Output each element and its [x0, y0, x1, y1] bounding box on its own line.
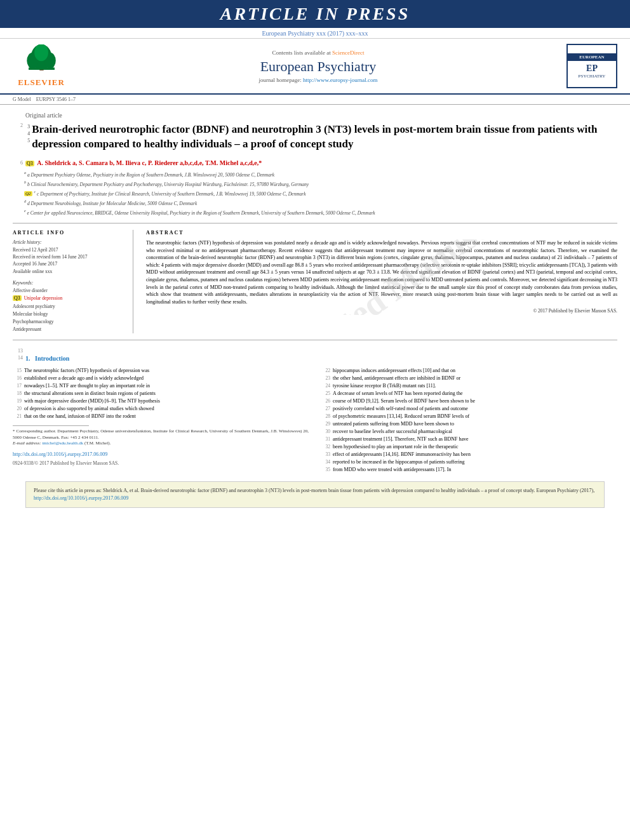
- authors-text: A. Sheldrick a, S. Camara b, M. Ilieva c…: [37, 159, 262, 166]
- abstract-col: ABSTRACT Accepted Manuscript The neurotr…: [146, 230, 617, 333]
- article-type-text: Original article: [25, 112, 62, 119]
- line-number: 35: [321, 466, 333, 473]
- line-number: 28: [321, 413, 333, 420]
- issn-line: 0924-9338/© 2017 Published by Elsevier M…: [13, 460, 309, 467]
- intro-left-line-text: with major depressive disorder (MDD) [6–…: [24, 397, 160, 405]
- ep-logo-main-text: EP: [586, 61, 598, 74]
- affil-e: e e Center for applied Neuroscience, BRI…: [13, 208, 617, 217]
- line-number: 26: [321, 397, 333, 404]
- intro-right-line-text: positively correlated with self-rated mo…: [333, 405, 468, 413]
- intro-left-line-text: the structural alterations seen in disti…: [24, 390, 156, 397]
- divider-2: [13, 340, 617, 340]
- article-title-text: Brain-derived neurotrophic factor (BDNF)…: [32, 123, 617, 152]
- intro-title-text: Introduction: [35, 355, 69, 362]
- affil-a-text: a Department Psychiatry Odense, Psychiat…: [27, 171, 274, 177]
- divider-1: [13, 223, 617, 223]
- intro-left-text-block: 15The neurotrophic factors (NTF) hypothe…: [13, 367, 309, 420]
- homepage-label: journal homepage:: [259, 77, 302, 83]
- journal-url-line: journal homepage: http://www.europsy-jou…: [70, 77, 566, 83]
- q2-badge: Q2: [24, 191, 32, 196]
- email-link[interactable]: tmichel@sdu.health.dk: [42, 441, 84, 446]
- elsevier-wordmark: ELSEVIER: [18, 77, 65, 88]
- article-in-press-banner: ARTICLE IN PRESS: [0, 0, 630, 28]
- footnote-email-line: E-mail address: tmichel@sdu.health.dk (T…: [13, 441, 309, 447]
- intro-col-left: 15The neurotrophic factors (NTF) hypothe…: [13, 367, 309, 474]
- intro-two-col: 15The neurotrophic factors (NTF) hypothe…: [13, 367, 617, 474]
- keyword-unipolar-text: Unipolar depression: [24, 295, 63, 301]
- available-online: Available online xxx: [13, 268, 125, 275]
- body-section: 13 14 1. Introduction: [13, 348, 617, 474]
- footnote-corresponding: * Corresponding author. Department Psych…: [13, 429, 309, 441]
- keywords-label: Keywords:: [13, 280, 125, 286]
- keyword-unipolar: Q3 Unipolar depression: [13, 295, 125, 303]
- keyword-psychopharm: Psychopharmacology: [13, 318, 125, 326]
- line-number: 31: [321, 436, 333, 443]
- intro-section-title: 1. Introduction: [25, 355, 617, 362]
- footnote-text-content: * Corresponding author. Department Psych…: [13, 429, 309, 440]
- line-number: 22: [321, 367, 333, 374]
- g-model-line: G Model EURPSY 3546 1–7: [0, 95, 630, 105]
- affil-d-text: d Department Neurobiology, Institute for…: [27, 200, 197, 206]
- line-number: 15: [13, 367, 24, 374]
- intro-left-line-text: nowadays [1–5]. NTF are thought to play …: [24, 382, 150, 390]
- article-id: EURPSY 3546 1–7: [36, 97, 76, 102]
- email-text: tmichel@sdu.health.dk: [42, 441, 83, 446]
- doi-line: http://dx.doi.org/10.1016/j.eurpsy.2017.…: [13, 451, 309, 458]
- doi-link[interactable]: http://dx.doi.org/10.1016/j.eurpsy.2017.…: [13, 451, 107, 457]
- article-dates: Received 12 April 2017 Received in revis…: [13, 246, 125, 275]
- article-info-head: ARTICLE INFO: [13, 230, 125, 236]
- line-number: 21: [13, 413, 24, 420]
- banner-text: ARTICLE IN PRESS: [220, 4, 410, 23]
- email-label: E-mail address:: [13, 441, 41, 446]
- affil-c-text: c Department of Psychiatry, Institute fo…: [37, 190, 306, 196]
- journal-url-text: http://www.europsy-journal.com: [303, 77, 377, 83]
- cite-bar-doi-link[interactable]: http://dx.doi.org/10.1016/j.eurpsy.2017.…: [34, 495, 128, 501]
- keyword-molecular: Molecular biology: [13, 310, 125, 318]
- intro-left-line-text: of depression is also supported by anima…: [24, 405, 154, 413]
- journal-url-link[interactable]: http://www.europsy-journal.com: [303, 77, 377, 83]
- page-wrapper: ARTICLE IN PRESS European Psychiatry xxx…: [0, 0, 630, 840]
- journal-center-info: Contents lists available at ScienceDirec…: [70, 50, 566, 83]
- ep-logo-sub-text: PSYCHIATRY: [579, 74, 606, 79]
- line-number: 17: [13, 382, 24, 389]
- line-number: 27: [321, 405, 333, 412]
- line-number: 18: [13, 390, 24, 397]
- affil-c: Q2 c c Department of Psychiatry, Institu…: [13, 189, 617, 197]
- article-content: 2 Original article 3 4 5 Brain-derived n…: [0, 105, 630, 508]
- elsevier-logo: ELSEVIER: [13, 44, 70, 88]
- affil-b-text: b Clinical Neurochemistry, Department Ps…: [27, 181, 309, 187]
- doi-url-text: http://dx.doi.org/10.1016/j.eurpsy.2017.…: [13, 451, 107, 457]
- line-number: 32: [321, 443, 333, 450]
- elsevier-tree-icon: [24, 44, 59, 76]
- line-num-6: 6: [20, 160, 23, 166]
- accepted-date: Accepted 16 June 2017: [13, 260, 125, 267]
- g-model-text: G Model: [13, 97, 31, 102]
- article-title: 3 4 5 Brain-derived neurotrophic factor …: [25, 123, 617, 152]
- article-info-abstract: ARTICLE INFO Article history: Received 1…: [13, 230, 617, 333]
- journal-name-text: European Psychiatry: [260, 58, 377, 74]
- intro-right-line-text: tyrosine kinase receptor B (TrkB) mutant…: [333, 382, 436, 390]
- q3-keyword-badge: Q3: [13, 295, 22, 301]
- journal-citation-line: European Psychiatry xxx (2017) xxx–xxx: [0, 28, 630, 39]
- affil-d: d d Department Neurobiology, Institute f…: [13, 199, 617, 207]
- sciencedirect-link[interactable]: ScienceDirect: [332, 50, 364, 56]
- intro-left-line-text: The neurotrophic factors (NTF) hypothesi…: [24, 367, 149, 375]
- issn-text: 0924-9338/© 2017 Published by Elsevier M…: [13, 460, 119, 466]
- line-num-13: 13: [18, 348, 23, 354]
- line-number: 34: [321, 458, 333, 465]
- line-num-4: 4: [25, 131, 30, 138]
- abstract-text: Accepted Manuscript The neurotrophic fac…: [146, 239, 617, 315]
- line-number: 24: [321, 382, 333, 389]
- intro-right-line-text: antidepressant treatment [15]. Therefore…: [333, 436, 469, 443]
- svg-point-5: [34, 44, 48, 61]
- cite-bar-doi-text: http://dx.doi.org/10.1016/j.eurpsy.2017.…: [34, 495, 128, 501]
- line-number: 25: [321, 390, 333, 397]
- article-info-col: ARTICLE INFO Article history: Received 1…: [13, 230, 133, 333]
- footnote-divider: [13, 425, 89, 426]
- q3-badge-authors: Q3: [25, 161, 34, 166]
- intro-left-line-text: established over a decade ago and is wid…: [24, 375, 144, 382]
- ep-logo-box: EUROPEAN EP PSYCHIATRY: [566, 44, 617, 88]
- revised-date: Received in revised form 14 June 2017: [13, 253, 125, 260]
- intro-right-line-text: of psychometric measures [13,14]. Reduce…: [333, 413, 469, 420]
- keyword-affective: Affective disorder: [13, 287, 125, 295]
